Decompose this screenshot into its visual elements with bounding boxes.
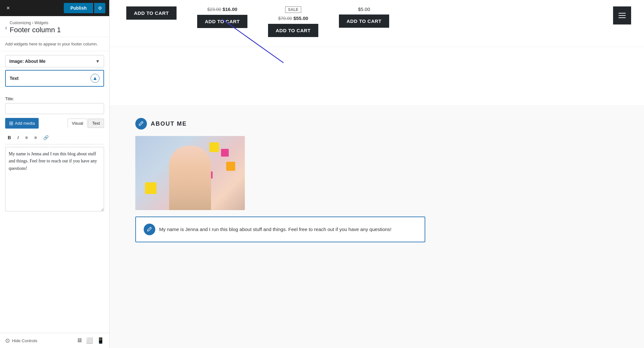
add-media-button[interactable]: ⊞ Add media (5, 118, 39, 129)
menu-line-2 (619, 15, 626, 16)
pencil-icon-2 (147, 227, 152, 232)
title-input[interactable] (5, 103, 104, 114)
widget-image-about-me[interactable]: Image: About Me ▼ (5, 55, 104, 67)
publish-button[interactable]: Publish (64, 3, 93, 13)
breadcrumb-path: Customizing › Widgets (10, 21, 104, 25)
device-icons: 🖥 ⬜ 📱 (76, 337, 104, 344)
hide-controls-icon: ⊙ (5, 337, 10, 344)
middle-section (110, 47, 644, 105)
main-content: Add to cart $23.00 $16.00 Add to cart SA… (110, 0, 644, 348)
link-button[interactable]: 🔗 (41, 134, 51, 141)
editor-toolbar-top: ⊞ Add media Visual Text (5, 118, 104, 129)
price-group-3: $70.00 $55.00 (278, 15, 308, 21)
panel-title: Footer column 1 (10, 26, 104, 34)
person-figure (169, 146, 211, 210)
ordered-list-button[interactable]: ≡ (32, 134, 39, 141)
title-label: Title: (5, 96, 104, 101)
add-to-cart-button-3[interactable]: Add to cart (268, 24, 319, 37)
about-heading-text: ABOUT ME (151, 121, 187, 127)
about-section: ABOUT ME My name is Jenna and I run this… (110, 105, 644, 255)
add-to-cart-button-1[interactable]: Add to cart (126, 6, 177, 20)
italic-button[interactable]: I (15, 134, 21, 141)
postit-3 (145, 182, 157, 194)
add-to-cart-button-2[interactable]: Add to cart (197, 15, 248, 28)
sale-badge-3: SALE (285, 6, 301, 13)
visual-tab[interactable]: Visual (68, 119, 87, 128)
postit-1 (209, 142, 219, 152)
menu-icon-button[interactable] (613, 6, 631, 24)
pencil-icon (139, 121, 144, 126)
breadcrumb-text: Customizing › Widgets Footer column 1 (10, 21, 104, 34)
menu-line-3 (619, 17, 626, 18)
menu-icon-area (613, 6, 631, 24)
widget-list: Image: About Me ▼ Text ← ▲ (0, 51, 109, 93)
top-bar: × Publish ⚙ (0, 0, 109, 16)
publish-area: Publish ⚙ (64, 3, 105, 13)
text-widget-box: My name is Jenna and I run this blog abo… (135, 217, 425, 242)
view-tabs: Visual Text (68, 119, 104, 128)
customizer-panel: × Publish ⚙ ‹ Customizing › Widgets Foot… (0, 0, 110, 348)
add-media-icon: ⊞ (9, 120, 13, 126)
bottom-bar: ⊙ Hide Controls 🖥 ⬜ 📱 (0, 333, 109, 348)
original-price-2: $23.00 (207, 7, 221, 12)
widget-form: Title: ⊞ Add media Visual Text B I ≡ ≡ 🔗… (0, 93, 109, 213)
editor-content[interactable]: My name is Jenna and I run this blog abo… (5, 147, 104, 211)
editor-format-bar: B I ≡ ≡ 🔗 (5, 131, 104, 144)
hide-controls-button[interactable]: ⊙ Hide Controls (5, 337, 37, 344)
about-edit-icon[interactable] (135, 118, 147, 130)
about-image (135, 136, 245, 210)
bio-text: My name is Jenna and I run this blog abo… (159, 226, 391, 233)
widget-text-label: Text (10, 76, 19, 81)
close-button[interactable]: × (4, 4, 13, 13)
widget-text[interactable]: Text ← ▲ (5, 70, 104, 87)
add-to-cart-button-4[interactable]: Add to cart (339, 15, 389, 28)
desktop-icon[interactable]: 🖥 (76, 337, 82, 344)
text-tab[interactable]: Text (88, 119, 104, 128)
breadcrumb-area: ‹ Customizing › Widgets Footer column 1 (0, 16, 109, 37)
product-card-2: $23.00 $16.00 Add to cart (193, 6, 251, 28)
product-card-3: SALE $70.00 $55.00 Add to cart (264, 6, 322, 37)
single-price-4: $5.00 (358, 6, 370, 12)
text-widget-edit-icon[interactable] (144, 224, 155, 235)
original-price-3: $70.00 (278, 16, 292, 21)
postit-4 (226, 162, 235, 171)
hide-controls-label: Hide Controls (12, 338, 37, 343)
widget-text-toggle[interactable]: ▲ (91, 74, 100, 83)
product-card-4: $5.00 Add to cart (335, 6, 393, 28)
mobile-icon[interactable]: 📱 (97, 337, 104, 344)
sale-price-3: $55.00 (293, 15, 308, 21)
widget-image-label: Image: About Me (9, 59, 45, 64)
price-group-2: $23.00 $16.00 (207, 6, 237, 12)
tablet-icon[interactable]: ⬜ (86, 337, 93, 344)
back-button[interactable]: ‹ (5, 24, 7, 31)
sale-price-2: $16.00 (223, 6, 237, 12)
menu-line-1 (619, 13, 626, 14)
product-card-1: Add to cart (122, 6, 180, 20)
publish-gear-button[interactable]: ⚙ (94, 3, 105, 13)
add-media-label: Add media (15, 121, 35, 126)
unordered-list-button[interactable]: ≡ (23, 134, 30, 141)
section-heading: ABOUT ME (135, 118, 618, 130)
bold-button[interactable]: B (5, 134, 14, 141)
shop-row: Add to cart $23.00 $16.00 Add to cart SA… (110, 0, 644, 47)
postit-2 (221, 149, 229, 157)
panel-description: Add widgets here to appear in your foote… (0, 37, 109, 51)
widget-dropdown-arrow: ▼ (95, 59, 100, 64)
